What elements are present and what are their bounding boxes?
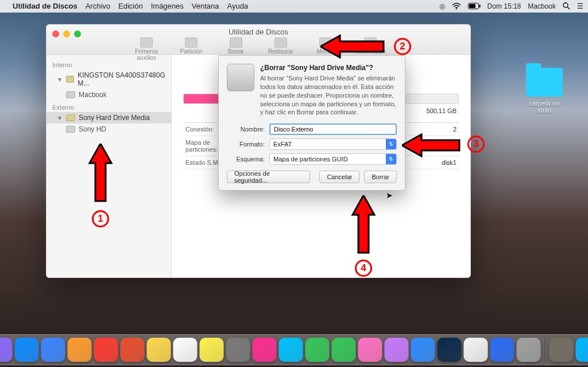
svg-rect-3 (469, 4, 475, 8)
notifications-icon[interactable]: ☰ (577, 2, 583, 10)
dock (0, 334, 588, 365)
dock-app-15[interactable] (358, 338, 382, 362)
scheme-label: Esquema: (227, 156, 265, 163)
disclosure-icon[interactable]: ▼ (57, 115, 63, 121)
chevron-updown-icon: ⇅ (386, 139, 396, 149)
dock-app-21[interactable] (517, 338, 541, 362)
window-title: Utilidad de Discos (47, 25, 470, 36)
dock-app-10[interactable] (226, 338, 250, 362)
dock-app-16[interactable] (385, 338, 409, 362)
scheme-select[interactable]: Mapa de particiones GUID ⇅ (269, 153, 397, 165)
window-titlebar: Utilidad de Discos Primeros auxilios Par… (47, 25, 470, 55)
sidebar-item-label: Sony HD (79, 125, 106, 133)
name-input[interactable] (269, 123, 397, 135)
sidebar-section-external: Externo (47, 101, 171, 112)
format-select[interactable]: ExFAT ⇅ (269, 138, 397, 150)
toolbar-first-aid[interactable]: Primeros auxilios (125, 37, 168, 61)
name-label: Nombre: (227, 126, 265, 133)
disk-icon (66, 76, 74, 83)
format-value: ExFAT (273, 141, 292, 148)
scheme-value: Mapa de particiones GUID (273, 156, 348, 163)
dock-app-9[interactable] (200, 338, 224, 362)
menu-ventana[interactable]: Ventana (192, 2, 219, 10)
sidebar-item-sony-media[interactable]: ▼ Sony Hard Drive Media (47, 112, 171, 123)
menu-imagenes[interactable]: Imágenes (151, 2, 184, 10)
menu-archivo[interactable]: Archivo (86, 2, 110, 10)
menubar-clock[interactable]: Dom 15:18 (488, 2, 521, 10)
sheet-description: Al borrar "Sony Hard Drive Media" se eli… (260, 74, 397, 117)
disclosure-icon[interactable]: ▼ (57, 76, 63, 83)
volume-icon (66, 126, 75, 133)
sidebar-item-label: Sony Hard Drive Media (79, 114, 150, 122)
desktop-folder-label: carpeta sin título (521, 100, 567, 114)
menubar: Utilidad de Discos Archivo Edición Imáge… (0, 0, 588, 13)
dock-app-5[interactable] (94, 338, 118, 362)
sidebar-item-kingston[interactable]: ▼ KINGSTON SA400S37480G M... (47, 69, 171, 89)
desktop-folder[interactable]: carpeta sin título (521, 68, 567, 114)
capacity-value: 500,11 GB (426, 107, 457, 114)
dock-app-19[interactable] (464, 338, 488, 362)
dock-app-1[interactable] (0, 338, 13, 362)
dock-app-23[interactable] (576, 338, 589, 362)
dock-app-8[interactable] (173, 338, 198, 362)
sidebar: Interno ▼ KINGSTON SA400S37480G M... Mac… (47, 55, 172, 277)
disk-icon (66, 114, 75, 121)
spotlight-icon[interactable] (563, 2, 570, 10)
wifi-icon[interactable] (452, 3, 461, 10)
svg-point-0 (456, 8, 457, 9)
window-minimize-button[interactable] (63, 30, 70, 37)
app-menu[interactable]: Utilidad de Discos (13, 2, 78, 10)
dock-app-17[interactable] (411, 338, 435, 362)
svg-point-4 (563, 3, 568, 7)
sidebar-item-macbook[interactable]: Macbook (47, 89, 171, 101)
dock-app-20[interactable] (490, 338, 514, 362)
dock-app-22[interactable] (550, 338, 574, 362)
sheet-title: ¿Borrar "Sony Hard Drive Media"? (260, 64, 397, 72)
dock-app-4[interactable] (68, 338, 92, 362)
cancel-button[interactable]: Cancelar (319, 171, 359, 183)
security-options-button[interactable]: Opciones de seguridad... (227, 171, 310, 183)
menu-ayuda[interactable]: Ayuda (227, 2, 249, 10)
dock-separator (545, 339, 546, 362)
dock-app-6[interactable] (121, 338, 145, 362)
dock-app-13[interactable] (305, 338, 330, 362)
window-close-button[interactable] (52, 30, 59, 37)
dock-app-14[interactable] (332, 338, 356, 362)
sidebar-item-label: Macbook (79, 91, 107, 99)
format-label: Formato: (227, 141, 265, 148)
info-value: 2 (453, 126, 457, 133)
battery-icon[interactable] (468, 3, 481, 9)
volume-icon (66, 91, 75, 98)
disk-large-icon (227, 64, 254, 91)
svg-rect-2 (479, 5, 480, 7)
menubar-user[interactable]: Macbook (528, 2, 556, 10)
airdrop-icon[interactable]: ◎ (439, 2, 445, 10)
chevron-updown-icon: ⇅ (386, 154, 396, 164)
dock-app-11[interactable] (253, 338, 277, 362)
dock-app-18[interactable] (438, 338, 462, 362)
window-zoom-button[interactable] (74, 30, 81, 37)
dock-app-2[interactable] (15, 338, 39, 362)
folder-icon (526, 68, 563, 96)
info-key: Conexión: (185, 126, 214, 133)
erase-sheet: ¿Borrar "Sony Hard Drive Media"? Al borr… (218, 55, 405, 191)
sidebar-item-label: KINGSTON SA400S37480G M... (78, 71, 167, 87)
menu-edicion[interactable]: Edición (118, 2, 143, 10)
svg-line-5 (567, 7, 570, 9)
dock-app-12[interactable] (279, 338, 303, 362)
info-value: Disco (440, 139, 457, 153)
dock-app-7[interactable] (147, 338, 171, 362)
erase-button[interactable]: Borrar (364, 171, 397, 183)
info-value: disk1 (442, 159, 457, 166)
sidebar-item-sony-hd[interactable]: Sony HD (47, 123, 171, 135)
dock-app-3[interactable] (41, 338, 65, 362)
